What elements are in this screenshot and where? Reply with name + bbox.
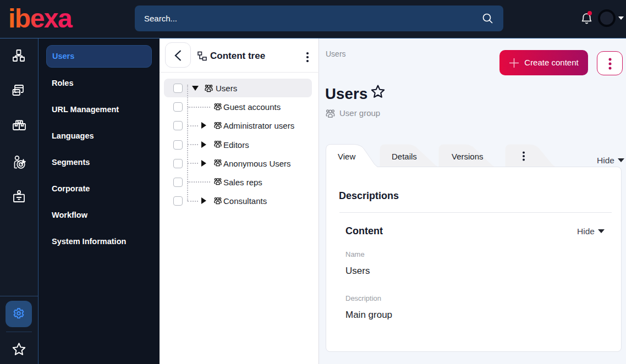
svg-text:ibexa: ibexa bbox=[9, 7, 73, 29]
